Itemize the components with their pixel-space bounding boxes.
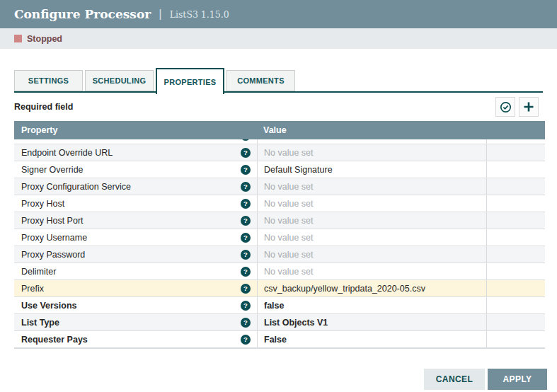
help-icon: ?: [241, 182, 251, 192]
table-header-row: Property Value: [14, 121, 545, 139]
value-cell[interactable]: false: [257, 297, 486, 313]
value-cell[interactable]: False: [257, 331, 486, 347]
property-cell: Prefix?: [14, 280, 257, 296]
table-row: Proxy Configuration Service?No value set: [14, 178, 545, 195]
property-name: Proxy Username: [21, 233, 241, 243]
table-row: Requester Pays?False: [14, 331, 545, 348]
value-text: List Objects V1: [264, 318, 328, 328]
column-header-value: Value: [257, 125, 545, 135]
value-text: No value set: [264, 216, 313, 226]
processor-name-version: ListS3 1.15.0: [170, 9, 229, 20]
property-cell: Delimiter?: [14, 263, 257, 279]
status-bar: Stopped: [0, 28, 557, 49]
property-name: Signer Override: [21, 165, 241, 175]
value-text: No value set: [264, 148, 313, 158]
cancel-button[interactable]: CANCEL: [424, 369, 485, 390]
stopped-icon: [14, 35, 22, 42]
property-cell: SSL Context Service?: [14, 139, 257, 144]
value-cell[interactable]: No value set: [257, 144, 486, 161]
property-name: Proxy Host: [21, 199, 241, 209]
table-row: Proxy Host?No value set: [14, 195, 545, 212]
property-name: Endpoint Override URL: [21, 148, 241, 158]
table-row: Endpoint Override URL?No value set: [14, 144, 545, 161]
property-cell: Use Versions?: [14, 297, 257, 313]
row-actions-cell: [486, 280, 545, 296]
table-row: Delimiter?No value set: [14, 263, 545, 280]
row-actions-cell: [486, 314, 545, 330]
title-separator: |: [159, 7, 161, 21]
property-name: List Type: [21, 318, 241, 328]
value-cell[interactable]: No value set: [257, 195, 486, 212]
value-text: No value set: [264, 267, 313, 277]
value-text: No value set: [264, 139, 313, 141]
property-name: Proxy Configuration Service: [21, 182, 241, 192]
value-cell[interactable]: No value set: [257, 263, 486, 279]
property-name: Proxy Host Port: [21, 216, 241, 226]
value-cell[interactable]: No value set: [257, 139, 486, 144]
help-icon: ?: [241, 250, 251, 260]
table-row: Signer Override?Default Signature: [14, 161, 545, 178]
table-row: List Type?List Objects V1: [14, 314, 545, 331]
property-cell: Requester Pays?: [14, 331, 257, 347]
dialog-titlebar: Configure Processor | ListS3 1.15.0: [0, 0, 557, 28]
row-actions-cell: [486, 229, 545, 246]
help-icon: ?: [241, 233, 251, 243]
table-row: Use Versions?false: [14, 297, 545, 314]
property-name: Delimiter: [21, 267, 241, 277]
value-text: false: [264, 301, 285, 311]
tab-comments[interactable]: COMMENTS: [226, 70, 295, 91]
tab-scheduling[interactable]: SCHEDULING: [85, 70, 154, 91]
help-icon: ?: [241, 216, 251, 226]
property-name: Proxy Password: [21, 250, 241, 260]
table-body: SSL Context Service?No value setEndpoint…: [14, 139, 545, 348]
properties-table: Property Value SSL Context Service?No va…: [14, 121, 545, 349]
plus-icon: [523, 101, 534, 113]
row-actions-cell: [486, 297, 545, 313]
value-text: No value set: [264, 199, 313, 209]
property-name: SSL Context Service: [21, 139, 241, 141]
value-text: csv_backup/yellow_tripdata_2020-05.csv: [264, 284, 425, 294]
value-cell[interactable]: No value set: [257, 212, 486, 229]
verify-properties-button[interactable]: [495, 97, 515, 117]
row-actions-cell: [486, 144, 545, 161]
property-cell: List Type?: [14, 314, 257, 330]
table-row: SSL Context Service?No value set: [14, 139, 545, 144]
value-cell[interactable]: csv_backup/yellow_tripdata_2020-05.csv: [257, 280, 486, 296]
value-cell[interactable]: No value set: [257, 178, 486, 195]
value-cell[interactable]: No value set: [257, 229, 486, 246]
property-name: Use Versions: [21, 301, 241, 311]
table-row: Prefix?csv_backup/yellow_tripdata_2020-0…: [14, 280, 545, 297]
table-row: Proxy Host Port?No value set: [14, 212, 545, 229]
row-actions-cell: [486, 212, 545, 229]
help-icon: ?: [241, 284, 251, 294]
help-icon: ?: [241, 318, 251, 328]
check-circle-icon: [500, 101, 512, 113]
property-cell: Proxy Host?: [14, 195, 257, 212]
row-actions-cell: [486, 331, 545, 347]
row-actions-cell: [486, 195, 545, 212]
table-row: Proxy Password?No value set: [14, 246, 545, 263]
table-row: Proxy Username?No value set: [14, 229, 545, 246]
dialog-footer: CANCEL APPLY: [424, 369, 547, 390]
required-field-label: Required field: [14, 102, 73, 112]
property-cell: Proxy Password?: [14, 246, 257, 263]
add-property-button[interactable]: [519, 97, 539, 117]
row-actions-cell: [486, 246, 545, 263]
column-header-property: Property: [14, 125, 257, 135]
tab-settings[interactable]: SETTINGS: [14, 70, 83, 91]
value-cell[interactable]: No value set: [257, 246, 486, 263]
value-text: No value set: [264, 233, 313, 243]
help-icon: ?: [241, 267, 251, 277]
help-icon: ?: [241, 301, 251, 311]
value-cell[interactable]: List Objects V1: [257, 314, 486, 330]
property-cell: Proxy Username?: [14, 229, 257, 246]
tab-properties[interactable]: PROPERTIES: [156, 68, 224, 94]
dialog-title: Configure Processor: [14, 7, 151, 21]
property-cell: Endpoint Override URL?: [14, 144, 257, 161]
apply-button[interactable]: APPLY: [488, 369, 547, 390]
properties-toolbar: Required field: [14, 93, 543, 121]
property-name: Requester Pays: [21, 335, 241, 345]
value-cell[interactable]: Default Signature: [257, 161, 486, 178]
help-icon: ?: [241, 139, 251, 141]
help-icon: ?: [241, 165, 251, 175]
